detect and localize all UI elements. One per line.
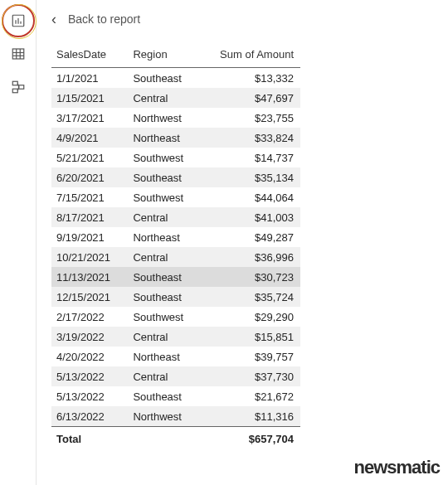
model-view-icon[interactable]	[9, 78, 27, 96]
cell-amount: $39,757	[201, 347, 300, 366]
report-view-icon[interactable]	[9, 12, 27, 30]
main-content: ‹ Back to report SalesDate Region Sum of…	[37, 0, 448, 485]
cell-amount: $15,851	[201, 327, 300, 347]
table-row[interactable]: 5/13/2022Southeast$21,672	[51, 386, 300, 406]
cell-date: 7/15/2021	[51, 187, 128, 207]
cell-amount: $11,316	[201, 406, 300, 427]
cell-region: Southeast	[128, 167, 200, 187]
cell-date: 12/15/2021	[51, 287, 128, 307]
cell-region: Southeast	[128, 386, 200, 406]
cell-region: Northeast	[128, 227, 200, 247]
cell-amount: $30,723	[201, 267, 300, 287]
table-row[interactable]: 1/15/2021Central$47,697	[51, 88, 300, 108]
svg-line-13	[17, 87, 19, 91]
cell-region: Northeast	[128, 128, 200, 148]
cell-amount: $13,332	[201, 68, 300, 89]
cell-amount: $44,064	[201, 187, 300, 207]
table-row[interactable]: 5/21/2021Southwest$14,737	[51, 148, 300, 167]
table-row[interactable]: 12/15/2021Southeast$35,724	[51, 287, 300, 307]
watermark: newsmatic	[354, 457, 441, 478]
table-footer-row: Total $657,704	[51, 427, 300, 452]
total-amount: $657,704	[201, 427, 300, 452]
cell-region: Central	[128, 88, 200, 108]
cell-region: Northeast	[128, 347, 200, 366]
cell-amount: $36,996	[201, 247, 300, 267]
svg-line-12	[17, 84, 19, 88]
table-row[interactable]: 3/19/2022Central$15,851	[51, 327, 300, 347]
cell-region: Central	[128, 327, 200, 347]
cell-date: 8/17/2021	[51, 207, 128, 227]
cell-date: 3/19/2022	[51, 327, 128, 347]
svg-rect-11	[12, 89, 17, 93]
cell-date: 6/20/2021	[51, 167, 128, 187]
cell-date: 3/17/2021	[51, 108, 128, 128]
cell-amount: $14,737	[201, 148, 300, 167]
cell-date: 4/20/2022	[51, 347, 128, 366]
cell-amount: $23,755	[201, 108, 300, 128]
cell-region: Southwest	[128, 187, 200, 207]
data-view-icon[interactable]	[9, 45, 27, 63]
table-row[interactable]: 5/13/2022Central$37,730	[51, 366, 300, 386]
column-header-region[interactable]: Region	[128, 43, 200, 68]
svg-rect-10	[18, 85, 23, 90]
cell-region: Central	[128, 207, 200, 227]
cell-amount: $29,290	[201, 307, 300, 327]
cell-region: Central	[128, 247, 200, 267]
svg-rect-9	[12, 81, 17, 85]
table-row[interactable]: 1/1/2021Southeast$13,332	[51, 68, 300, 89]
table-row[interactable]: 4/20/2022Northeast$39,757	[51, 347, 300, 366]
cell-date: 2/17/2022	[51, 307, 128, 327]
cell-region: Southeast	[128, 68, 200, 89]
cell-date: 10/21/2021	[51, 247, 128, 267]
cell-date: 9/19/2021	[51, 227, 128, 247]
cell-amount: $33,824	[201, 128, 300, 148]
cell-amount: $41,003	[201, 207, 300, 227]
cell-date: 4/9/2021	[51, 128, 128, 148]
cell-amount: $49,287	[201, 227, 300, 247]
view-sidebar	[0, 0, 37, 485]
cell-region: Southwest	[128, 307, 200, 327]
cell-amount: $35,724	[201, 287, 300, 307]
cell-region: Northwest	[128, 108, 200, 128]
cell-region: Northwest	[128, 406, 200, 427]
column-header-amount[interactable]: Sum of Amount	[201, 43, 300, 68]
cell-date: 5/13/2022	[51, 366, 128, 386]
cell-region: Central	[128, 366, 200, 386]
column-header-salesdate[interactable]: SalesDate	[51, 43, 128, 68]
table-row[interactable]: 9/19/2021Northeast$49,287	[51, 227, 300, 247]
table-row[interactable]: 8/17/2021Central$41,003	[51, 207, 300, 227]
cell-amount: $21,672	[201, 386, 300, 406]
table-row[interactable]: 6/13/2022Northwest$11,316	[51, 406, 300, 427]
cell-amount: $37,730	[201, 366, 300, 386]
svg-rect-4	[12, 49, 24, 59]
cell-amount: $35,134	[201, 167, 300, 187]
table-row[interactable]: 3/17/2021Northwest$23,755	[51, 108, 300, 128]
table-header-row: SalesDate Region Sum of Amount	[51, 43, 300, 68]
total-label: Total	[51, 427, 201, 452]
table-row[interactable]: 4/9/2021Northeast$33,824	[51, 128, 300, 148]
table-row[interactable]: 10/21/2021Central$36,996	[51, 247, 300, 267]
cell-region: Southeast	[128, 267, 200, 287]
chevron-left-icon: ‹	[51, 12, 56, 27]
cell-date: 11/13/2021	[51, 267, 128, 287]
table-row[interactable]: 2/17/2022Southwest$29,290	[51, 307, 300, 327]
back-to-report-button[interactable]: ‹ Back to report	[51, 12, 440, 27]
back-label: Back to report	[68, 12, 140, 26]
cell-date: 5/21/2021	[51, 148, 128, 167]
table-row[interactable]: 7/15/2021Southwest$44,064	[51, 187, 300, 207]
data-table: SalesDate Region Sum of Amount 1/1/2021S…	[51, 43, 300, 451]
cell-region: Southwest	[128, 148, 200, 167]
table-row[interactable]: 11/13/2021Southeast$30,723	[51, 267, 300, 287]
cell-date: 5/13/2022	[51, 386, 128, 406]
table-row[interactable]: 6/20/2021Southeast$35,134	[51, 167, 300, 187]
cell-date: 1/1/2021	[51, 68, 128, 89]
cell-date: 1/15/2021	[51, 88, 128, 108]
cell-region: Southeast	[128, 287, 200, 307]
cell-date: 6/13/2022	[51, 406, 128, 427]
cell-amount: $47,697	[201, 88, 300, 108]
